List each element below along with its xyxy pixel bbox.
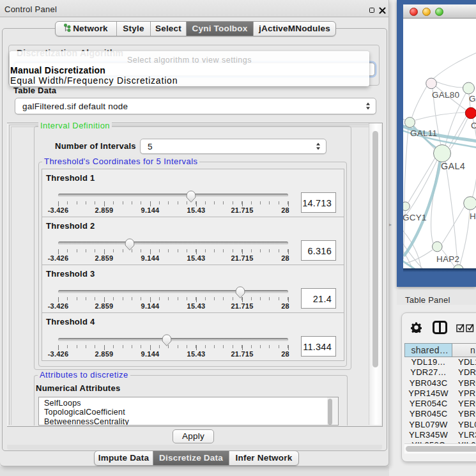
svg-text:H: H [470,211,476,221]
svg-text:GCY1: GCY1 [403,213,427,222]
svg-text:GA: GA [469,94,476,104]
svg-text:GAL4: GAL4 [441,161,465,171]
svg-text:C: C [471,121,476,130]
svg-text:HAP2: HAP2 [436,254,459,264]
svg-text:GAL11: GAL11 [410,128,437,138]
svg-text:GAL80: GAL80 [432,90,459,100]
